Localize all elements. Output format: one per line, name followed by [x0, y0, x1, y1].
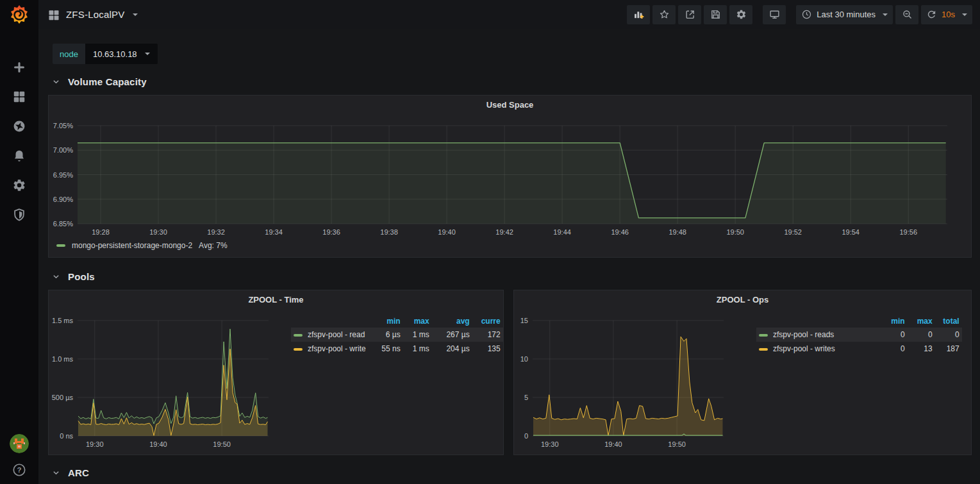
svg-text:10: 10: [520, 355, 528, 363]
share-icon: [685, 9, 695, 20]
grafana-app: ? ZFS-LocalPV: [0, 0, 980, 484]
svg-text:6.85%: 6.85%: [53, 220, 73, 228]
svg-text:15: 15: [520, 317, 528, 324]
plus-icon: [12, 60, 26, 74]
section-arc[interactable]: ARC: [53, 465, 89, 480]
series-name[interactable]: zfspv-pool - reads: [756, 328, 838, 342]
legend-column-header[interactable]: min: [838, 315, 908, 328]
refresh-picker[interactable]: 10s: [921, 5, 972, 24]
server-admin-shield-icon: [12, 208, 26, 222]
time-range-picker[interactable]: Last 30 minutes: [796, 5, 893, 24]
legend-stat-value: 0: [838, 328, 908, 342]
chevron-down-icon: [962, 13, 967, 16]
svg-text:19:32: 19:32: [207, 228, 225, 236]
legend-stat-value: 55 ns: [369, 342, 403, 356]
cycle-view-monitor-icon: [769, 9, 780, 20]
panel-zpool-ops: ZPOOL - Ops 15105019:3019:4019:50 minmax…: [513, 290, 972, 455]
node-variable-label: node: [53, 44, 85, 64]
help-icon: ?: [12, 463, 26, 477]
legend-header-row: minmaxtotal: [756, 315, 962, 328]
series-name[interactable]: zfspv-pool - read: [291, 328, 369, 342]
svg-text:19:40: 19:40: [438, 228, 456, 236]
grafana-logo[interactable]: [8, 3, 31, 26]
legend-column-header[interactable]: min: [369, 315, 403, 328]
user-avatar[interactable]: [10, 434, 29, 453]
svg-text:7.05%: 7.05%: [53, 122, 73, 129]
panel-title-zpool-ops[interactable]: ZPOOL - Ops: [514, 295, 971, 305]
sidebar: ?: [0, 0, 38, 484]
user-avatar-image: [10, 434, 29, 453]
save-button[interactable]: [704, 5, 727, 24]
help-button[interactable]: ?: [12, 462, 27, 478]
svg-text:7.00%: 7.00%: [53, 146, 73, 154]
svg-text:19:48: 19:48: [669, 228, 686, 236]
panel-title-zpool-time[interactable]: ZPOOL - Time: [49, 295, 503, 305]
section-volume-capacity[interactable]: Volume Capacity: [53, 74, 147, 89]
settings-gear-icon: [736, 9, 747, 20]
zoom-out-button[interactable]: [895, 5, 918, 24]
star-icon: [659, 9, 670, 20]
dashboards-grid-icon: [47, 8, 60, 21]
series-swatch: [56, 244, 65, 247]
svg-text:19:30: 19:30: [86, 440, 104, 448]
svg-text:6.90%: 6.90%: [53, 196, 73, 203]
add-panel-icon: [633, 9, 644, 20]
legend-stat-value: 172: [472, 328, 503, 342]
dashboard-canvas: node 10.63.10.18 Volume Capacity Used Sp…: [38, 29, 980, 484]
legend-column-header[interactable]: max: [908, 315, 935, 328]
svg-text:500 µs: 500 µs: [52, 394, 74, 401]
sidebar-explore-button[interactable]: [12, 119, 27, 134]
svg-text:19:44: 19:44: [553, 228, 571, 236]
legend-column-header[interactable]: curre: [472, 315, 503, 328]
legend-stat-value: 267 µs: [432, 328, 472, 342]
svg-text:19:36: 19:36: [322, 228, 340, 236]
alerting-bell-icon: [12, 149, 26, 163]
node-variable-picker[interactable]: node 10.63.10.18: [53, 44, 158, 64]
svg-text:19:50: 19:50: [726, 228, 744, 236]
legend-stat-value: 6 µs: [369, 328, 403, 342]
legend-column-header[interactable]: avg: [432, 315, 472, 328]
legend-column-header[interactable]: total: [935, 315, 962, 328]
dashboard-title-dropdown[interactable]: ZFS-LocalPV: [47, 8, 138, 21]
add-panel-button[interactable]: [627, 5, 650, 24]
series-name[interactable]: mongo-persistent-storage-mongo-2: [72, 241, 192, 250]
panel-title-used-space[interactable]: Used Space: [49, 100, 971, 110]
series-name[interactable]: zfspv-pool - writes: [756, 342, 838, 356]
svg-text:19:28: 19:28: [92, 228, 110, 236]
svg-text:19:54: 19:54: [842, 228, 860, 236]
dashboard-settings-button[interactable]: [729, 5, 752, 24]
svg-text:19:40: 19:40: [149, 440, 167, 448]
zpool-time-legend: minmaxavgcurrezfspv-pool - read6 µs1 ms2…: [291, 315, 503, 356]
sidebar-configuration-button[interactable]: [12, 178, 27, 193]
share-button[interactable]: [678, 5, 701, 24]
section-pools[interactable]: Pools: [53, 269, 95, 284]
legend-stat-value: 13: [908, 342, 935, 356]
used-space-chart[interactable]: 7.05%7.00%6.95%6.90%6.85%19:2819:3019:32…: [49, 96, 972, 258]
sidebar-alerting-button[interactable]: [12, 148, 27, 163]
sidebar-server-admin-button[interactable]: [12, 207, 27, 222]
sidebar-dashboards-button[interactable]: [12, 89, 27, 104]
node-variable-value-text: 10.63.10.18: [93, 49, 137, 59]
series-swatch: [294, 348, 303, 351]
chevron-down-icon: [883, 13, 888, 16]
star-button[interactable]: [652, 5, 676, 24]
chevron-down-icon: [53, 469, 60, 476]
legend-stat-value: 0: [908, 328, 935, 342]
svg-text:5: 5: [524, 394, 528, 401]
node-variable-value[interactable]: 10.63.10.18: [85, 44, 158, 64]
cycle-view-mode-button[interactable]: [763, 5, 786, 24]
svg-text:19:40: 19:40: [604, 440, 622, 448]
refresh-interval-label: 10s: [942, 10, 955, 19]
legend-header-row: minmaxavgcurre: [291, 315, 503, 328]
svg-text:6.95%: 6.95%: [53, 171, 73, 179]
svg-text:19:34: 19:34: [265, 228, 283, 236]
zoom-out-icon: [902, 9, 913, 20]
legend-stat-value: 1 ms: [403, 328, 432, 342]
legend-column-header[interactable]: max: [403, 315, 432, 328]
svg-text:1.5 ms: 1.5 ms: [52, 317, 74, 324]
legend-stat-value: 0: [935, 328, 962, 342]
sidebar-create-button[interactable]: [12, 60, 27, 75]
dashboards-grid-icon: [12, 90, 26, 104]
legend-series-row: zfspv-pool - read6 µs1 ms267 µs172: [291, 328, 503, 342]
series-name[interactable]: zfspv-pool - write: [291, 342, 369, 356]
